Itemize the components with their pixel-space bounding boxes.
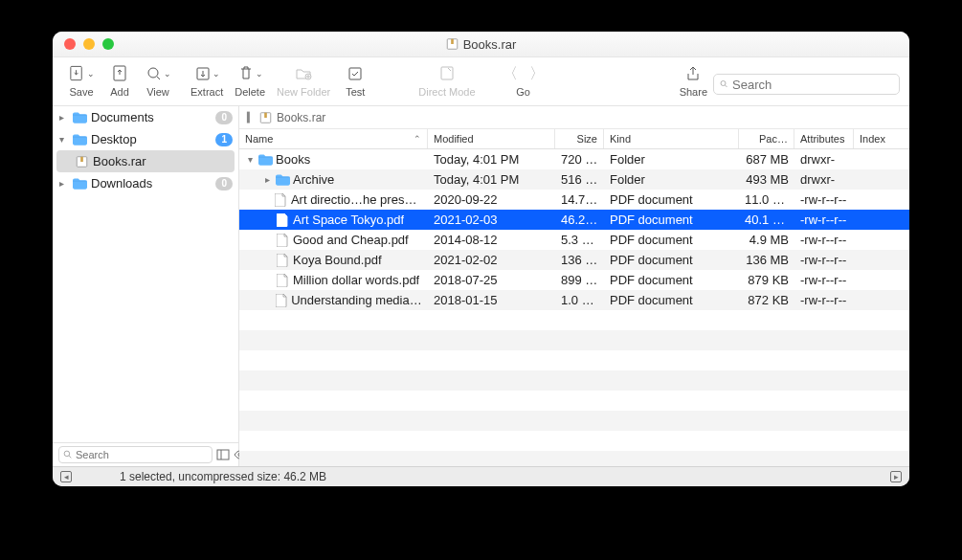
extract-icon: ⌄: [193, 63, 220, 84]
toolbar-search-input[interactable]: [732, 78, 893, 92]
file-kind: PDF document: [604, 233, 739, 247]
file-modified: 2020-09-22: [428, 192, 555, 207]
file-kind: PDF document: [604, 293, 739, 307]
table-row[interactable]: Art directio…he press.pdf2020-09-2214.7 …: [239, 190, 909, 210]
sort-indicator-icon: ⌃: [414, 134, 421, 144]
newfolder-icon: [290, 63, 317, 84]
file-name: Good and Cheap.pdf: [293, 233, 409, 247]
folder-icon: [72, 176, 87, 191]
toolbar: ⌄ Save Add ⌄ View ⌄ Extract ⌄ Delete New…: [53, 57, 909, 106]
sidebar-item[interactable]: ▸Documents0: [53, 106, 238, 128]
save-icon: ⌄: [68, 63, 95, 84]
file-name: Art Space Tokyo.pdf: [293, 213, 404, 227]
close-button[interactable]: [64, 38, 76, 50]
table-row[interactable]: ▾BooksToday, 4:01 PM720 MBFolder687 MBdr…: [239, 149, 909, 169]
table-row[interactable]: Million dollar words.pdf2018-07-25899 KB…: [239, 270, 909, 290]
share-button[interactable]: Share: [674, 63, 713, 98]
svg-point-12: [64, 451, 70, 457]
sidebar-item[interactable]: ▸Downloads0: [53, 172, 238, 194]
save-button[interactable]: ⌄ Save: [62, 63, 101, 98]
file-name: Koya Bound.pdf: [293, 253, 382, 267]
doc-icon: [274, 274, 291, 287]
search-icon: [720, 78, 728, 90]
disclosure-icon[interactable]: ▸: [260, 174, 274, 185]
file-modified: Today, 4:01 PM: [428, 172, 555, 187]
minimize-button[interactable]: [83, 38, 95, 50]
table-row[interactable]: Good and Cheap.pdf2014-08-125.3 MBPDF do…: [239, 230, 909, 250]
file-size: 720 MB: [555, 152, 604, 167]
file-list[interactable]: ▾BooksToday, 4:01 PM720 MBFolder687 MBdr…: [239, 149, 909, 466]
sidebar-item[interactable]: ▾Desktop1: [53, 128, 238, 150]
delete-icon: ⌄: [236, 63, 263, 84]
file-size: 1.0 MB: [555, 293, 604, 307]
header-packed[interactable]: Pac…: [739, 129, 794, 148]
header-modified[interactable]: Modified: [428, 129, 555, 148]
test-button[interactable]: Test: [336, 63, 374, 98]
add-button[interactable]: Add: [101, 63, 139, 98]
table-row[interactable]: Art Space Tokyo.pdf2021-02-0346.2 MBPDF …: [239, 210, 909, 230]
main-panel: ▍ Books.rar Name⌃ Modified Size Kind Pac…: [239, 106, 909, 466]
test-icon: [342, 63, 369, 84]
file-attributes: -rw-r--r--: [794, 213, 854, 227]
status-text: 1 selected, uncompressed size: 46.2 MB: [81, 470, 881, 483]
directmode-button: Direct Mode: [413, 63, 481, 98]
go-forward-button[interactable]: 〉: [524, 64, 550, 84]
svg-rect-13: [217, 450, 229, 459]
maximize-button[interactable]: [102, 38, 114, 50]
go-group: 〈 〉 Go: [499, 63, 548, 98]
file-modified: 2014-08-12: [428, 233, 555, 247]
sidebar-item-label: Desktop: [91, 132, 212, 146]
path-bar[interactable]: ▍ Books.rar: [239, 106, 909, 129]
disclosure-icon[interactable]: ▸: [55, 178, 68, 189]
folder-icon: [274, 174, 291, 186]
archive-icon: [259, 111, 272, 124]
view-button[interactable]: ⌄ View: [139, 63, 177, 98]
file-modified: 2018-07-25: [428, 273, 555, 287]
toolbar-search[interactable]: [713, 74, 900, 95]
table-row[interactable]: Understanding media.pdf2018-01-151.0 MBP…: [239, 290, 909, 310]
file-packed: 136 MB: [739, 253, 794, 267]
sidebar-search[interactable]: [58, 446, 213, 463]
doc-icon: [274, 213, 291, 227]
sidebar-item[interactable]: Books.rar: [56, 150, 235, 172]
file-attributes: -rw-r--r--: [794, 192, 854, 207]
file-packed: 4.9 MB: [739, 233, 794, 247]
sidebar-item-label: Books.rar: [93, 154, 233, 168]
file-attributes: drwxr-: [794, 172, 854, 187]
disclosure-icon[interactable]: ▸: [55, 112, 68, 123]
table-row[interactable]: Koya Bound.pdf2021-02-02136 MBPDF docume…: [239, 250, 909, 270]
sidebar-collapse-button[interactable]: [216, 447, 230, 462]
header-name[interactable]: Name⌃: [239, 129, 428, 148]
go-back-button[interactable]: 〈: [497, 64, 524, 84]
file-size: 46.2 MB: [555, 213, 604, 227]
count-badge: 0: [215, 177, 233, 190]
header-size[interactable]: Size: [555, 129, 604, 148]
sidebar-item-label: Documents: [91, 110, 212, 124]
disclosure-icon[interactable]: ▾: [55, 134, 68, 145]
sidebar-search-input[interactable]: [76, 449, 208, 460]
file-name: Books: [276, 152, 310, 167]
file-packed: 493 MB: [739, 172, 794, 187]
file-size: 14.7 MB: [555, 192, 604, 207]
directmode-icon: [434, 63, 460, 84]
header-kind[interactable]: Kind: [604, 129, 739, 148]
search-icon: [63, 450, 73, 459]
file-modified: 2021-02-03: [428, 213, 555, 227]
status-left-button[interactable]: ◂: [60, 471, 72, 482]
folder-icon: [72, 132, 87, 147]
header-index[interactable]: Index: [854, 129, 909, 148]
file-name: Understanding media.pdf: [291, 293, 422, 307]
path-segment[interactable]: Books.rar: [277, 111, 325, 124]
extract-button[interactable]: ⌄ Extract: [185, 63, 229, 98]
file-size: 5.3 MB: [555, 233, 604, 247]
header-attributes[interactable]: Attributes: [794, 129, 854, 148]
svg-point-9: [721, 81, 726, 86]
delete-button[interactable]: ⌄ Delete: [229, 63, 271, 98]
table-row[interactable]: ▸ArchiveToday, 4:01 PM516 MBFolder493 MB…: [239, 169, 909, 190]
disclosure-icon[interactable]: ▾: [243, 154, 257, 165]
status-right-button[interactable]: ▸: [890, 471, 902, 482]
doc-icon: [273, 193, 289, 207]
file-attributes: -rw-r--r--: [794, 233, 854, 247]
doc-icon: [273, 294, 289, 307]
file-name: Million dollar words.pdf: [293, 273, 419, 287]
